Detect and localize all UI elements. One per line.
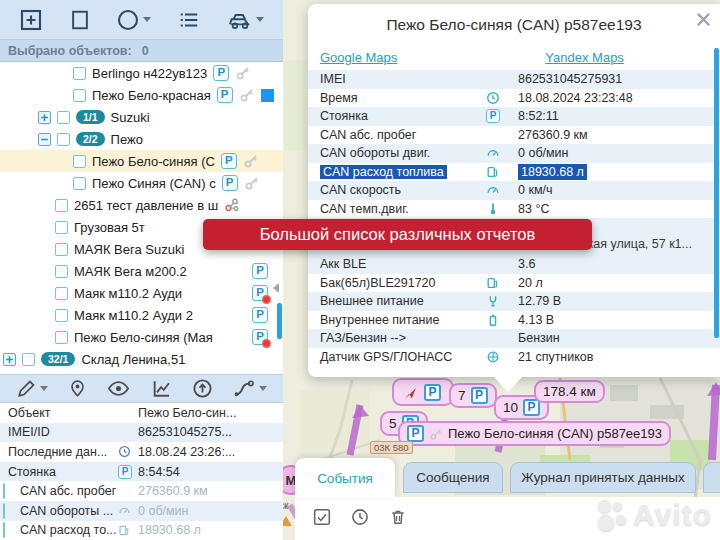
history-clock-icon[interactable] (351, 508, 369, 526)
parking-icon: P (118, 465, 132, 479)
table-row[interactable]: Стоянка P 8:52:11 (308, 107, 720, 126)
route-button[interactable] (233, 378, 267, 399)
checkbox[interactable] (3, 483, 5, 499)
sensor-icon[interactable] (224, 197, 240, 213)
export-button[interactable] (192, 378, 213, 399)
table-row[interactable]: Акк BLE 3.6 (308, 255, 720, 274)
detail-row[interactable]: Стоянка P 8:54:54 (0, 462, 283, 482)
google-maps-link[interactable]: Google Maps (320, 50, 397, 70)
track-color-swatch[interactable] (261, 89, 274, 102)
collapse-icon[interactable] (38, 133, 51, 146)
tree-item-pezho-belo-sinyaya[interactable]: Пежо Бело-синяя (С P (0, 150, 283, 172)
checkbox[interactable] (55, 309, 68, 322)
checkbox[interactable] (22, 353, 35, 366)
parking-icon[interactable]: P (221, 153, 237, 169)
checkbox[interactable] (55, 331, 68, 344)
popup-scrollbar[interactable] (714, 48, 719, 338)
tree-item-2651-test[interactable]: 2651 тест давление в ш (0, 194, 283, 216)
detail-row[interactable]: IMEI/ID 862531045275... (0, 423, 283, 443)
row-value: 8:52:11 (518, 109, 559, 123)
yandex-maps-link[interactable]: Yandex Maps (545, 50, 624, 70)
parking-icon[interactable]: P (217, 87, 233, 103)
trash-icon[interactable] (389, 508, 407, 526)
checkbox[interactable] (73, 89, 86, 102)
table-row[interactable]: CAN скорость 0 км/ч (308, 181, 720, 200)
key-icon[interactable] (239, 87, 255, 103)
map-cluster-7[interactable]: 7 P (449, 383, 497, 408)
row-value: 20 л (518, 276, 543, 290)
table-row[interactable]: ГАЗ/Бензин --> Бензин (308, 329, 720, 348)
table-row[interactable]: CAN темп.двиг. 83 °C (308, 200, 720, 219)
table-row[interactable]: CAN абс. пробег 276360.9 км (308, 126, 720, 145)
tree-item-berlingo[interactable]: Berlingo н422ув123 P (0, 62, 283, 84)
tab-messages[interactable]: Сообщения (403, 462, 503, 493)
checkbox[interactable] (55, 287, 68, 300)
table-row[interactable]: IMEI 862531045275931 (308, 70, 720, 89)
tab-events[interactable]: События (295, 458, 395, 498)
parking-icon[interactable]: P (252, 263, 268, 279)
edit-button[interactable] (16, 378, 48, 399)
detail-row[interactable]: CAN обороты ... 0 об/мин (0, 501, 283, 521)
parking-icon[interactable]: P (222, 175, 238, 191)
detail-value: 18.08.24 23:26:... (138, 445, 235, 459)
checkbox[interactable] (3, 522, 5, 538)
key-icon[interactable] (243, 153, 259, 169)
scroll-arrow-icon[interactable] (273, 283, 279, 293)
expand-icon[interactable] (3, 353, 16, 366)
tree-item-pezho-belo-krasnaya[interactable]: Пежо Бело-красная P (0, 84, 283, 106)
locate-button[interactable] (68, 378, 87, 399)
detail-row[interactable]: Последние дан... 18.08.24 23:26:... (0, 442, 283, 462)
tree-item-mayak-m110-audi[interactable]: Маяк м110.2 Ауди P (0, 282, 283, 304)
key-icon[interactable] (244, 175, 260, 191)
detail-row[interactable]: CAN расход то... 18930.68 л (0, 521, 283, 540)
checkbox[interactable] (73, 155, 86, 168)
checkbox[interactable] (57, 111, 70, 124)
checkbox[interactable] (57, 133, 70, 146)
tree-group-pezho[interactable]: 2/2 Пежо (0, 128, 283, 150)
tree-item-mayak-m110-audi-2[interactable]: Маяк м110.2 Ауди 2 P (0, 304, 283, 326)
add-unit-button[interactable] (19, 8, 43, 32)
table-row[interactable]: Время 18.08.2024 23:23:48 (308, 89, 720, 108)
checkbox[interactable] (55, 265, 68, 278)
checkbox[interactable] (3, 503, 5, 519)
radius-filter-button[interactable] (116, 8, 151, 32)
tree-item-pezho-sinyaya[interactable]: Пежо Синяя (CAN) с P (0, 172, 283, 194)
checkbox[interactable] (55, 243, 68, 256)
tab-partial[interactable] (703, 462, 720, 493)
table-row[interactable]: Внешнее питание 12.79 В (308, 292, 720, 311)
table-row[interactable]: Бак(65л)BLE291720 20 л (308, 274, 720, 293)
tab-data-log[interactable]: Журнал принятых данных (510, 462, 696, 493)
list-view-button[interactable] (177, 9, 201, 31)
checkbox[interactable] (55, 221, 68, 234)
select-checkbox-icon[interactable] (313, 508, 331, 526)
unit-tree: Berlingo н422ув123 P Пежо Бело-красная P… (0, 62, 283, 374)
tree-group-sklad-lenina[interactable]: 32/1 Склад Ленина,51 (0, 348, 283, 370)
checkbox[interactable] (55, 199, 68, 212)
key-icon[interactable] (235, 65, 251, 81)
tree-item-label: Маяк м110.2 Ауди (74, 286, 246, 301)
parking-error-icon[interactable]: P (252, 285, 268, 301)
detail-row[interactable]: CAN абс. пробег 276360.9 км (0, 481, 283, 501)
detail-row[interactable]: Объект Пежо Бело-син... (0, 403, 283, 423)
checkbox[interactable] (73, 177, 86, 190)
parking-error-icon[interactable]: P (252, 329, 268, 345)
parking-icon[interactable]: P (252, 307, 268, 323)
chart-button[interactable] (151, 378, 172, 399)
map-unit-tooltip[interactable]: P Пежо Бело-синяя (CAN) p587ee193 (398, 421, 671, 446)
map-cluster-arrow[interactable]: P (392, 378, 454, 406)
vehicle-filter-button[interactable] (227, 9, 264, 31)
table-row[interactable]: Датчик GPS/ГЛОНАСС 21 спутников (308, 348, 720, 367)
parking-icon[interactable]: P (213, 65, 229, 81)
select-area-button[interactable] (69, 8, 91, 32)
tree-group-suzuki[interactable]: 1/1 Suzuki (0, 106, 283, 128)
expand-icon[interactable] (38, 111, 51, 124)
table-row[interactable]: Внутреннее питание 4.13 В (308, 311, 720, 330)
visibility-button[interactable] (107, 378, 130, 399)
tree-item-mayak-vega-m200[interactable]: МАЯК Вега м200.2 P (0, 260, 283, 282)
table-row[interactable]: CAN обороты двиг. 0 об/мин (308, 144, 720, 163)
tree-scrollbar[interactable] (277, 303, 282, 339)
tree-item-pezho-belo-sinyaya-mayak[interactable]: Пежо Бело-синяя (Мая P (0, 326, 283, 348)
close-icon[interactable] (696, 12, 712, 28)
table-row-selected[interactable]: CAN расход топлива 18930.68 л (308, 163, 720, 182)
checkbox[interactable] (73, 67, 86, 80)
